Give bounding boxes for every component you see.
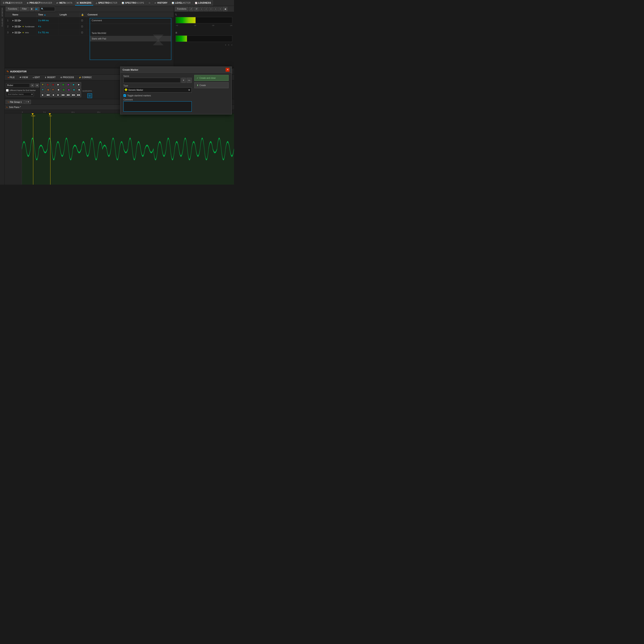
tab-projectmanager[interactable]: ⊞ PROJECTMANAGER xyxy=(25,0,54,6)
col-time[interactable]: Time ▲ xyxy=(37,12,58,17)
tab-spectroscope[interactable]: 📊 SPECTROSCOPE xyxy=(120,0,146,6)
arrow-magenta-right[interactable]: ▶ xyxy=(66,82,71,87)
type-select[interactable]: Generic Marker ▼ xyxy=(123,87,192,93)
name-text-btn[interactable]: ≡A xyxy=(187,78,192,83)
tab-levelmeter[interactable]: 📊 LEVELMETER xyxy=(170,0,193,6)
toggle-checkbox[interactable] xyxy=(123,94,126,97)
tick-5s: 5 s xyxy=(43,111,46,113)
arrow-orange-left[interactable]: ◀ xyxy=(46,87,50,92)
scale-label: -30 xyxy=(212,24,214,26)
arrow-orange-down[interactable]: ▼ xyxy=(51,87,55,92)
clear-preset-btn[interactable]: ✕ xyxy=(30,84,34,87)
arrow-yellow-down[interactable]: ▼ xyxy=(40,82,45,87)
tab-loudness[interactable]: 📈 LOUDNESS xyxy=(193,0,213,6)
wave-symbol: ∿ xyxy=(6,70,9,73)
level-refresh-icon[interactable]: ↺ xyxy=(194,7,199,11)
filter-button[interactable]: Filter xyxy=(20,7,29,11)
arrow-skip-right2[interactable]: ▶ xyxy=(56,93,61,97)
channel-r-label: R xyxy=(176,32,232,34)
arrow-skip-right5[interactable]: ▶▶ xyxy=(71,93,76,97)
create-and-close-button[interactable]: ✓ Create and close xyxy=(194,75,229,81)
markers-toolbar: Functions Filter 🗑 ▶| xyxy=(5,6,174,12)
channel-l-label: L xyxy=(176,13,232,16)
tab-history[interactable]: ↩ HISTORY xyxy=(153,0,169,6)
dropdown-preset-btn[interactable]: ▼ xyxy=(35,84,39,87)
tick-15s: 15 s xyxy=(97,111,100,113)
arrow-red-right[interactable]: ▶ xyxy=(46,82,50,87)
dialog-close-button[interactable]: ✕ xyxy=(226,68,229,72)
type-label: Type xyxy=(123,85,192,87)
arrow-skip-left[interactable]: ◀◀ xyxy=(46,93,50,97)
spectroscope-icon: 📊 xyxy=(122,2,124,4)
arrow-green-right[interactable]: ▶ xyxy=(61,82,66,87)
arrow-white-right1[interactable]: ▶ xyxy=(56,82,61,87)
snap-icon-btn[interactable]: ▶| xyxy=(35,7,39,11)
level-functions-button[interactable]: Functions xyxy=(175,7,188,11)
arrow-white-left2[interactable]: ◀ xyxy=(76,87,81,92)
diff-name-checkbox[interactable] xyxy=(6,89,9,92)
arrow-skip-left2[interactable]: ◀ xyxy=(51,93,55,97)
create-button[interactable]: ⬇ Create xyxy=(194,82,229,88)
level-num-5[interactable]: 5 xyxy=(218,7,222,11)
add-tab-button[interactable]: + ▼ xyxy=(24,100,31,104)
arrow-skip-right[interactable]: ▶ xyxy=(40,93,45,97)
level-num-3[interactable]: 3 xyxy=(209,7,213,11)
tab-spectrometer-label: SPECTROMETER xyxy=(98,2,117,4)
arrow-magenta-left[interactable]: ◀ xyxy=(66,87,71,92)
menu-file[interactable]: ● FILE xyxy=(6,75,17,80)
level-num-1[interactable]: 1 xyxy=(199,7,203,11)
dialog-right: ✓ Create and close ⬇ Create xyxy=(194,75,229,112)
level-check-icon[interactable]: ✓ xyxy=(189,7,193,11)
arrow-cyan-left[interactable]: ◀ xyxy=(71,87,76,92)
history-icon: ↩ xyxy=(155,2,156,4)
name-input[interactable] xyxy=(123,78,181,83)
create-marker-dialog: Create Marker ✕ Name ▼ ≡A Type Generic M… xyxy=(120,67,232,114)
arrow-skip-right3[interactable]: ▶▶ xyxy=(61,93,66,97)
menu-edit[interactable]: e EDIT xyxy=(31,75,42,80)
menu-insert[interactable]: ⬇ INSERT xyxy=(43,75,58,80)
cell-rownum-1: 1 xyxy=(5,18,11,23)
level-collapse-icon[interactable]: ◀ xyxy=(223,7,227,11)
tab-spectrometer[interactable]: △ SPECTROMETER xyxy=(94,0,119,6)
delete-icon-btn[interactable]: 🗑 xyxy=(30,7,34,11)
level-num-4[interactable]: 4 xyxy=(214,7,217,11)
file-group-label: File Group 1 xyxy=(10,101,22,103)
arrow-cyan-down[interactable]: ▼ xyxy=(40,87,45,92)
name-dropdown-btn[interactable]: ▼ xyxy=(181,78,186,83)
menu-process[interactable]: ⚙ PROCESS xyxy=(58,75,76,80)
tab-markers[interactable]: ▶| MARKERS xyxy=(75,0,94,6)
tab-filebrowser[interactable]: ☰ FILEBROWSER xyxy=(1,0,24,6)
cell-rownum-2: 2 xyxy=(5,24,11,29)
plugins-label[interactable]: PLUG-INS xyxy=(1,18,4,27)
projectmanager-icon: ⊞ xyxy=(27,2,29,4)
comment-textarea[interactable] xyxy=(123,101,192,112)
arrow-cyan-right[interactable]: ▶ xyxy=(71,82,76,87)
bitmeter-label[interactable]: BITMETER xyxy=(1,7,4,17)
arrow-skip-right6[interactable]: ▶▶ xyxy=(76,93,81,97)
type-color-indicator xyxy=(125,88,128,91)
tab-metadata[interactable]: 🏷 META DATA xyxy=(55,0,74,6)
name-label: Name xyxy=(123,75,192,77)
arrow-green-left[interactable]: ◀ xyxy=(61,87,66,92)
functions-button[interactable]: Functions xyxy=(6,7,19,11)
arrow-white-right2[interactable]: ▶ xyxy=(76,82,81,87)
audioeditor-label: AUDIOEDITOR xyxy=(10,70,27,73)
cell-rownum-3: 3 xyxy=(5,30,11,35)
col-name[interactable]: Name xyxy=(11,12,37,17)
tab-levelmeter-label: LEVELMETER xyxy=(175,2,191,4)
search-input[interactable] xyxy=(40,7,55,11)
col-length: Length xyxy=(58,12,80,17)
comment-field-group: Comment xyxy=(123,99,192,112)
file-group-tab-1[interactable]: ∿ File Group 1 xyxy=(6,100,24,104)
cell-lock-1: ☐ xyxy=(80,18,86,23)
menu-view[interactable]: 👁 VIEW xyxy=(17,75,30,80)
menu-correct[interactable]: ⚡ CORREC xyxy=(77,75,94,80)
level-num-2[interactable]: 2 xyxy=(204,7,208,11)
end-marker-dropdown[interactable]: End Marker Name xyxy=(6,92,34,96)
preset-input[interactable] xyxy=(6,83,30,88)
snap-button[interactable]: ⊡ xyxy=(87,93,92,98)
tab-separator: ⊞ xyxy=(147,0,152,6)
arrow-red-diamond[interactable]: ◆ xyxy=(51,82,55,87)
arrow-skip-right4[interactable]: ▶▶ xyxy=(66,93,71,97)
arrow-white-left[interactable]: ◀ xyxy=(56,87,61,92)
